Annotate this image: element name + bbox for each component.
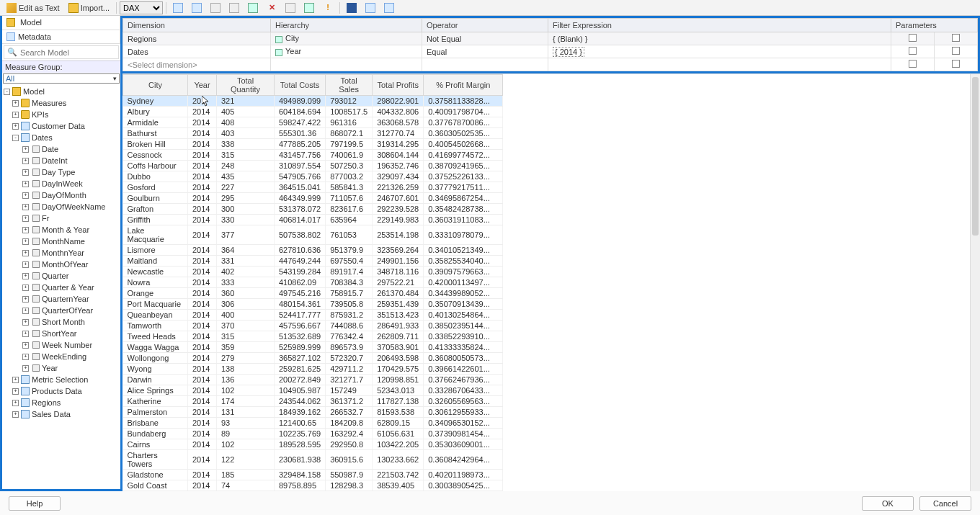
- table-row[interactable]: Wollongong2014279365827.102572320.720649…: [123, 353, 503, 364]
- expand-icon[interactable]: +: [12, 411, 19, 418]
- tree-node[interactable]: +MonthnYear: [2, 247, 120, 259]
- grid-cell[interactable]: Lake Macquarie: [123, 225, 188, 245]
- grid-cell[interactable]: 823617.6: [326, 204, 373, 215]
- grid-cell[interactable]: 266532.7: [326, 407, 373, 418]
- grid-cell[interactable]: 0.33310978079...: [424, 225, 503, 245]
- table-row[interactable]: Maitland2014331447649.244697550.4249901.…: [123, 256, 503, 267]
- tree-node[interactable]: +DayOfMonth: [2, 189, 120, 201]
- grid-cell[interactable]: 163292.4: [326, 429, 373, 439]
- grid-cell[interactable]: 550987.9: [326, 470, 373, 480]
- grid-cell[interactable]: 200272.849: [275, 375, 326, 385]
- grid-column-header[interactable]: Total Quantity: [217, 75, 275, 96]
- table-row[interactable]: Gosford2014227364515.041585841.3221326.2…: [123, 182, 503, 193]
- grid-cell[interactable]: 0.35482428738...: [424, 204, 503, 215]
- grid-cell[interactable]: 230681.938: [275, 450, 326, 470]
- tree-node[interactable]: +Day Type: [2, 166, 120, 178]
- toolbar-icon-3[interactable]: [207, 1, 224, 14]
- grid-cell[interactable]: 457596.667: [275, 321, 326, 331]
- tree-node[interactable]: +Fr: [2, 212, 120, 224]
- grid-cell[interactable]: 513532.689: [275, 331, 326, 342]
- grid-cell[interactable]: Bundaberg: [123, 429, 188, 439]
- grid-cell[interactable]: 2014: [188, 470, 217, 480]
- grid-cell[interactable]: 360: [217, 288, 275, 299]
- grid-cell[interactable]: 2014: [188, 364, 217, 375]
- table-row[interactable]: Broken Hill2014338477885.205797199.53193…: [123, 139, 503, 150]
- table-row[interactable]: Goulburn2014295464349.999711057.6246707.…: [123, 193, 503, 204]
- grid-cell[interactable]: 130233.662: [373, 450, 424, 470]
- grid-cell[interactable]: 2014: [188, 139, 217, 150]
- grid-cell[interactable]: 0.34695867254...: [424, 193, 503, 204]
- table-row[interactable]: Albury2014405604184.6941008517.5404332.8…: [123, 107, 503, 117]
- table-row[interactable]: Gladstone2014185329484.158550987.9221503…: [123, 470, 503, 480]
- tree-node[interactable]: +Year: [2, 362, 120, 374]
- grid-cell[interactable]: 708384.3: [326, 277, 373, 288]
- grid-cell[interactable]: 543199.284: [275, 267, 326, 277]
- grid-cell[interactable]: 259281.625: [275, 364, 326, 375]
- grid-cell[interactable]: 598247.422: [275, 117, 326, 128]
- grid-cell[interactable]: 246707.601: [373, 193, 424, 204]
- grid-cell[interactable]: 404332.806: [373, 107, 424, 117]
- grid-cell[interactable]: 891917.4: [326, 267, 373, 277]
- grid-cell[interactable]: 0.35070913439...: [424, 299, 503, 310]
- grid-cell[interactable]: 359: [217, 342, 275, 353]
- grid-cell[interactable]: 298022.901: [373, 96, 424, 107]
- grid-cell[interactable]: 2014: [188, 171, 217, 182]
- grid-cell[interactable]: Darwin: [123, 375, 188, 385]
- grid-cell[interactable]: 0.35303609001...: [424, 439, 503, 450]
- grid-cell[interactable]: 2014: [188, 491, 217, 492]
- grid-cell[interactable]: 711057.6: [326, 193, 373, 204]
- grid-cell[interactable]: 2014: [188, 267, 217, 277]
- expand-icon[interactable]: +: [22, 250, 29, 256]
- grid-cell[interactable]: 0.41699774572...: [424, 150, 503, 161]
- filter-header-expr[interactable]: Filter Expression: [548, 19, 891, 32]
- table-row[interactable]: Orange2014360497545.216758915.7261370.48…: [123, 288, 503, 299]
- tree-node[interactable]: -Model: [2, 86, 120, 97]
- grid-cell[interactable]: 2014: [188, 288, 217, 299]
- table-row[interactable]: Newcastle2014402543199.284891917.4348718…: [123, 267, 503, 277]
- vertical-scrollbar[interactable]: [970, 74, 980, 491]
- grid-cell[interactable]: 2014: [188, 161, 217, 171]
- grid-cell[interactable]: Wagga Wagga: [123, 342, 188, 353]
- table-row[interactable]: Wagga Wagga2014359525989.999896573.93705…: [123, 342, 503, 353]
- grid-cell[interactable]: 2014: [188, 342, 217, 353]
- grid-cell[interactable]: 38539.405: [373, 480, 424, 491]
- grid-cell[interactable]: 52343.013: [373, 385, 424, 396]
- grid-cell[interactable]: 0.38502395144...: [424, 321, 503, 331]
- grid-cell[interactable]: Alice Springs: [123, 385, 188, 396]
- filter-dim-cell[interactable]: Dates: [123, 45, 271, 58]
- table-row[interactable]: Gympie2014147237366.863337271.399904.437…: [123, 491, 503, 492]
- grid-cell[interactable]: 319314.295: [373, 139, 424, 150]
- grid-cell[interactable]: Brisbane: [123, 418, 188, 429]
- grid-cell[interactable]: Cessnock: [123, 150, 188, 161]
- grid-cell[interactable]: 2014: [188, 331, 217, 342]
- grid-cell[interactable]: 2014: [188, 150, 217, 161]
- tree-node[interactable]: +KPIs: [2, 109, 120, 120]
- grid-cell[interactable]: 0.37581133828...: [424, 96, 503, 107]
- tree-node[interactable]: +Metric Selection: [2, 374, 120, 385]
- expand-icon[interactable]: +: [12, 377, 19, 383]
- grid-cell[interactable]: 0.30612955933...: [424, 407, 503, 418]
- grid-cell[interactable]: 2014: [188, 480, 217, 491]
- grid-cell[interactable]: 507538.802: [275, 225, 326, 245]
- table-row[interactable]: Palmerston2014131184939.162266532.781593…: [123, 407, 503, 418]
- grid-cell[interactable]: 131: [217, 407, 275, 418]
- grid-cell[interactable]: 0.29621386996...: [424, 491, 503, 492]
- grid-cell[interactable]: 2014: [188, 245, 217, 256]
- data-grid[interactable]: CityYearTotal QuantityTotal CostsTotal S…: [122, 74, 503, 491]
- grid-cell[interactable]: 306: [217, 299, 275, 310]
- grid-cell[interactable]: 402: [217, 267, 275, 277]
- grid-cell[interactable]: 0.41333335824...: [424, 342, 503, 353]
- grid-cell[interactable]: 300: [217, 204, 275, 215]
- expand-icon[interactable]: +: [22, 273, 29, 279]
- expand-icon[interactable]: +: [22, 342, 29, 349]
- tree-node[interactable]: +Quarter & Year: [2, 282, 120, 293]
- grid-cell[interactable]: 0.37779217511...: [424, 182, 503, 193]
- grid-cell[interactable]: 1008517.5: [326, 107, 373, 117]
- table-row[interactable]: Armidale2014408598247.422961316363068.57…: [123, 117, 503, 128]
- toolbar-icon-9[interactable]: !: [319, 1, 337, 14]
- measure-group-select[interactable]: All ▾: [3, 73, 120, 84]
- grid-cell[interactable]: 315: [217, 331, 275, 342]
- grid-cell[interactable]: 295: [217, 193, 275, 204]
- grid-cell[interactable]: 315: [217, 150, 275, 161]
- grid-cell[interactable]: 221326.259: [373, 182, 424, 193]
